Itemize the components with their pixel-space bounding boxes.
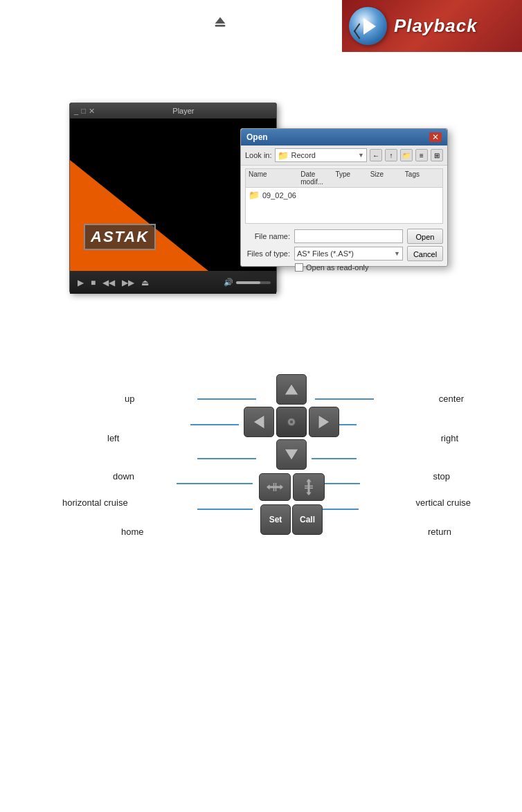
remote-call-button[interactable]: Call: [292, 504, 323, 535]
filetype-row: Files of type: AS* Files (*.AS*) ▼ Cance…: [245, 246, 443, 261]
remote-center-button[interactable]: [276, 407, 307, 437]
svg-marker-13: [253, 415, 264, 429]
eject-icon[interactable]: [213, 15, 228, 33]
readonly-row: Open as read-only: [245, 263, 443, 272]
astak-logo: ASTAK: [84, 224, 156, 250]
filetype-label: Files of type:: [245, 249, 290, 258]
playback-icon: [349, 7, 387, 45]
nav-tools-btn[interactable]: ⊞: [431, 149, 443, 161]
svg-marker-20: [280, 484, 283, 490]
nav-back-btn[interactable]: ←: [370, 149, 382, 161]
label-stop: stop: [433, 471, 450, 482]
label-right: right: [441, 433, 458, 443]
file-row-0[interactable]: 📁 09_02_06: [246, 188, 442, 202]
readonly-checkbox[interactable]: [295, 263, 303, 272]
svg-marker-25: [306, 493, 312, 496]
look-in-dropdown[interactable]: 📁 Record ▼: [275, 148, 367, 162]
col-type[interactable]: Type: [335, 170, 370, 186]
dialog-bottom-section: File name: Open Files of type: AS* Files…: [241, 227, 447, 274]
next-button[interactable]: ▶▶: [120, 276, 136, 289]
svg-marker-24: [306, 479, 312, 482]
folder-icon: 📁: [278, 150, 289, 161]
eject-player-button[interactable]: ⏏: [139, 276, 151, 289]
nav-view-btn[interactable]: ≡: [415, 149, 428, 161]
volume-track[interactable]: [236, 281, 271, 284]
remote-up-button[interactable]: [276, 374, 307, 405]
look-in-label: Look in:: [245, 151, 272, 159]
remote-buttons: Set Call: [244, 374, 339, 535]
dialog-titlebar[interactable]: Open ✕: [241, 129, 447, 145]
label-return: return: [428, 527, 451, 537]
remote-horizontal-cruise-button[interactable]: [259, 473, 291, 501]
col-tags[interactable]: Tags: [405, 170, 440, 186]
remote-left-button[interactable]: [244, 407, 274, 437]
readonly-label: Open as read-only: [306, 263, 369, 272]
label-left: left: [107, 433, 119, 443]
player-minimize-btn[interactable]: _: [74, 107, 78, 116]
open-button[interactable]: Open: [407, 229, 443, 244]
dialog-file-list: Name Date modif... Type Size Tags 📁 09_0…: [245, 168, 443, 224]
dialog-close-button[interactable]: ✕: [429, 132, 442, 142]
filename-row: File name: Open: [245, 229, 443, 244]
svg-marker-17: [285, 449, 298, 460]
label-horizontal-cruise: horizontal cruise: [62, 497, 128, 508]
dialog-toolbar: Look in: 📁 Record ▼ ← ↑ 📁 ≡ ⊞: [241, 145, 447, 166]
player-title: Player: [95, 107, 272, 115]
player-close-btn[interactable]: ✕: [89, 107, 95, 116]
svg-rect-15: [290, 421, 293, 423]
filename-label: File name:: [245, 232, 290, 240]
filetype-value: AS* Files (*.AS*): [297, 249, 354, 258]
look-in-value: Record: [291, 151, 356, 159]
svg-marker-19: [267, 484, 270, 490]
playback-banner: Playback: [342, 0, 522, 52]
label-vertical-cruise: vertical cruise: [416, 497, 471, 508]
cancel-button[interactable]: Cancel: [407, 246, 443, 261]
filename-input[interactable]: [294, 229, 403, 243]
filetype-arrow-icon: ▼: [394, 250, 400, 257]
cursor-icon: [354, 23, 365, 39]
player-titlebar[interactable]: _ □ ✕ Player: [70, 103, 276, 118]
playback-label: Playback: [394, 15, 478, 37]
remote-right-button[interactable]: [309, 407, 339, 437]
label-home: home: [121, 527, 144, 537]
remote-down-button[interactable]: [276, 439, 307, 470]
play-button[interactable]: ▶: [75, 276, 86, 289]
open-dialog: Open ✕ Look in: 📁 Record ▼ ← ↑ 📁 ≡ ⊞ Nam…: [240, 128, 448, 267]
remote-vertical-cruise-button[interactable]: [293, 473, 325, 501]
col-name[interactable]: Name: [249, 170, 300, 186]
dialog-title: Open: [246, 132, 268, 142]
filetype-dropdown[interactable]: AS* Files (*.AS*) ▼: [294, 247, 403, 261]
svg-marker-16: [318, 415, 330, 429]
astak-triangle: [70, 160, 208, 271]
dialog-column-headers: Name Date modif... Type Size Tags: [246, 169, 442, 188]
svg-rect-18: [267, 486, 282, 488]
svg-marker-12: [285, 384, 298, 395]
player-restore-btn[interactable]: □: [81, 107, 86, 116]
remote-diagram: up left down horizontal cruise home cent…: [42, 367, 478, 520]
label-down: down: [113, 471, 134, 482]
prev-button[interactable]: ◀◀: [100, 276, 117, 289]
file-folder-icon: 📁: [249, 190, 260, 200]
label-center: center: [439, 394, 464, 404]
player-bottom-bar: ▶ ■ ◀◀ ▶▶ ⏏ 🔊: [70, 271, 276, 294]
col-date[interactable]: Date modif...: [300, 170, 335, 186]
nav-new-folder-btn[interactable]: 📁: [400, 149, 413, 161]
svg-rect-23: [307, 480, 309, 495]
dropdown-arrow-icon: ▼: [358, 152, 364, 159]
volume-icon: 🔊: [224, 278, 233, 287]
label-up: up: [125, 394, 134, 404]
col-size[interactable]: Size: [370, 170, 405, 186]
nav-up-btn[interactable]: ↑: [385, 149, 397, 161]
svg-marker-0: [215, 17, 226, 24]
file-name-0: 09_02_06: [262, 191, 296, 200]
volume-fill: [236, 281, 260, 284]
stop-button[interactable]: ■: [89, 276, 98, 289]
remote-set-button[interactable]: Set: [260, 504, 291, 535]
svg-rect-1: [215, 25, 226, 27]
